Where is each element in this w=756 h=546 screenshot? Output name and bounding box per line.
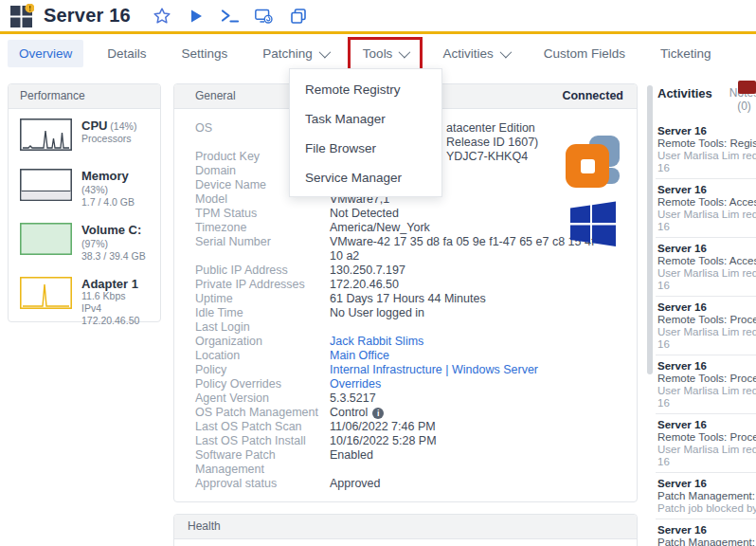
metric-cpu[interactable]: CPU (14%)Processors (20, 118, 153, 155)
field-label: Idle Time (195, 306, 330, 320)
field-value: Internal Infrastructure | Windows Server (330, 363, 614, 377)
activity-action: Remote Tools: Process (657, 314, 756, 326)
tab-label: Tools (363, 46, 393, 61)
activity-detail: 16 (657, 338, 756, 351)
vmware-logo (566, 136, 620, 192)
field-value: Main Office (330, 349, 614, 363)
field-value-link[interactable]: Jack Rabbit Slims (330, 335, 423, 348)
favorite-star-icon[interactable] (152, 6, 172, 27)
tab-label: Settings (182, 46, 228, 61)
metric-sub: IPv4 (81, 302, 139, 315)
metric-sub: 1.7 / 4.0 GB (81, 196, 153, 209)
metric-memory[interactable]: Memory (43%)1.7 / 4.0 GB (20, 169, 153, 209)
activity-detail: 16 (657, 280, 756, 292)
metric-label: Volume C: (81, 223, 141, 237)
metric-percent: (97%) (81, 238, 108, 249)
general-row: Last OS Patch Scan11/06/2022 7:46 PM (195, 420, 637, 434)
tab-label: Patching (262, 46, 313, 61)
menu-item-file-browser[interactable]: File Browser (290, 133, 441, 162)
terminal-icon[interactable] (220, 6, 241, 27)
field-label: Public IP Address (195, 264, 330, 278)
field-value-link[interactable]: Main Office (330, 349, 389, 362)
metric-name: Volume C: (97%) (81, 224, 153, 250)
performance-panel: Performance CPU (14%)ProcessorsMemory (4… (8, 83, 161, 322)
top-bar: Server 16 (0, 0, 756, 31)
metric-label: Adapter 1 (81, 277, 138, 291)
activity-item[interactable]: Server 16Remote Tools: ProcessUser Marli… (656, 413, 756, 472)
activity-item[interactable]: Server 16Remote Tools: AccessUser Marlis… (656, 237, 756, 296)
remote-control-icon[interactable] (254, 6, 275, 27)
tab-tools[interactable]: Tools (351, 40, 420, 67)
general-row: PolicyInternal Infrastructure | Windows … (195, 363, 637, 377)
metric-adapter[interactable]: Adapter 111.6 KbpsIPv4172.20.46.50 (20, 277, 153, 327)
general-row: Idle TimeNo User logged in (195, 306, 637, 320)
activity-item[interactable]: Server 16Remote Tools: ProcessUser Marli… (656, 296, 756, 355)
server-grid-icon (9, 4, 34, 28)
activity-detail: User Marlisa Lim reque (657, 150, 756, 162)
tab-overview[interactable]: Overview (8, 40, 83, 67)
field-label: Policy (195, 363, 330, 377)
activity-device: Server 16 (657, 360, 756, 373)
tab-activities-feed[interactable]: Activities (657, 86, 712, 100)
activity-item[interactable]: Server 16Patch Management: CoPatch job b… (656, 519, 756, 546)
activity-device: Server 16 (657, 301, 756, 314)
field-value: 172.20.46.50 (330, 278, 614, 292)
chevron-down-icon (499, 46, 512, 59)
menu-item-remote-registry[interactable]: Remote Registry (290, 74, 441, 103)
field-value: 130.250.7.197 (330, 264, 614, 278)
info-icon[interactable]: i (372, 408, 384, 419)
field-value-link[interactable]: Internal Infrastructure | Windows Server (330, 363, 538, 376)
tab-patching[interactable]: Patching (251, 40, 339, 67)
tab-ticketing[interactable]: Ticketing (649, 40, 723, 67)
activity-item[interactable]: Server 16Remote Tools: RegistryUser Marl… (656, 120, 756, 178)
activity-detail: User Marlisa Lim reque (657, 267, 756, 280)
field-label: Last Login (195, 320, 330, 335)
field-label: Uptime (195, 292, 330, 306)
activity-detail: User Marlisa Lim reque (657, 444, 756, 456)
metric-text: CPU (14%)Processors (81, 118, 136, 155)
field-label: Agent Version (195, 391, 330, 406)
activity-action: Patch Management: Co (657, 490, 756, 502)
tab-label: Ticketing (660, 46, 711, 61)
vertical-scrollbar[interactable] (647, 85, 653, 374)
menu-item-task-manager[interactable]: Task Manager (290, 103, 441, 133)
metric-volume[interactable]: Volume C: (97%)38.3 / 39.4 GB (20, 223, 153, 263)
metric-sub: 172.20.46.50 (81, 315, 139, 327)
activity-detail: 16 (657, 221, 756, 233)
activity-detail: 16 (657, 162, 756, 174)
general-row: Last OS Patch Install10/16/2022 5:28 PM (195, 434, 637, 448)
window-copy-icon[interactable] (288, 6, 309, 27)
adapter-sparkline-chart (20, 277, 81, 327)
tab-custom-fields[interactable]: Custom Fields (532, 40, 637, 67)
alert-icon[interactable] (738, 81, 756, 94)
field-value: 10/16/2022 5:28 PM (330, 434, 614, 448)
general-row: LocationMain Office (195, 349, 637, 363)
field-value: 61 Days 17 Hours 44 Minutes (330, 292, 614, 306)
play-icon[interactable] (186, 6, 207, 27)
tab-activities[interactable]: Activities (431, 40, 519, 67)
field-label: Last OS Patch Install (195, 434, 330, 448)
general-row: Approval statusApproved (195, 477, 637, 491)
activity-item[interactable]: Server 16Remote Tools: ProcessUser Marli… (656, 355, 756, 413)
general-panel-title: General (195, 84, 236, 108)
activity-item[interactable]: Server 16Remote Tools: AccessUser Marlis… (656, 178, 756, 237)
activity-detail: 16 (657, 397, 756, 410)
health-panel: Health (173, 514, 638, 546)
general-row: Uptime61 Days 17 Hours 44 Minutes (195, 292, 637, 306)
menu-item-service-manager[interactable]: Service Manager (290, 162, 441, 191)
health-panel-title: Health (188, 515, 221, 538)
activity-device: Server 16 (657, 184, 756, 196)
tab-settings[interactable]: Settings (171, 40, 240, 67)
metric-name: Memory (43%) (81, 170, 153, 196)
metric-text: Memory (43%)1.7 / 4.0 GB (81, 169, 153, 209)
field-value (330, 320, 614, 335)
performance-panel-title: Performance (20, 84, 85, 108)
field-value-link[interactable]: Overrides (330, 377, 381, 391)
activity-item[interactable]: Server 16Patch Management: CoPatch job b… (656, 472, 756, 519)
activity-action: Remote Tools: Access (657, 196, 756, 209)
windows-logo (570, 201, 616, 251)
page-title: Server 16 (44, 5, 131, 27)
tab-details[interactable]: Details (96, 40, 157, 67)
activity-device: Server 16 (657, 478, 756, 490)
tab-bar: OverviewDetailsSettingsPatchingToolsActi… (8, 40, 734, 67)
